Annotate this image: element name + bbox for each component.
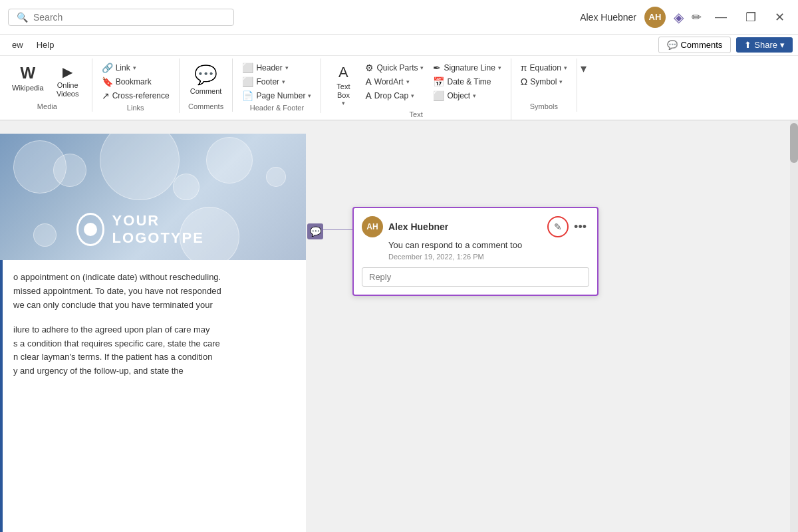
date-time-button[interactable]: 📅 Date & Time: [429, 75, 505, 88]
logo-area: YOUR LOGOTYPE: [76, 212, 229, 247]
doc-line-3: we can only conclude that you have termi…: [13, 299, 293, 313]
search-box[interactable]: 🔍: [8, 9, 234, 26]
symbol-button[interactable]: Ω Symbol ▾: [517, 75, 571, 88]
wikipedia-button[interactable]: W Wikipedia: [8, 61, 48, 95]
close-button[interactable]: ✕: [769, 7, 790, 27]
ribbon: ew Help 💬 Comments ⬆ Share ▾ W Wikipedia…: [0, 35, 798, 120]
word-art-button[interactable]: A WordArt ▾: [361, 75, 428, 88]
ribbon-menu-bar: ew Help 💬 Comments ⬆ Share ▾: [0, 35, 798, 56]
equation-icon: π: [521, 63, 527, 73]
online-videos-button[interactable]: ▶ Online Videos: [49, 61, 86, 101]
drop-cap-chevron-icon: ▾: [411, 92, 414, 99]
symbol-chevron-icon: ▾: [559, 78, 563, 85]
comments-group-label: Comments: [188, 101, 223, 110]
bookmark-button[interactable]: 🔖 Bookmark: [98, 75, 174, 88]
minimize-button[interactable]: —: [710, 7, 732, 27]
scrollbar[interactable]: [790, 120, 798, 532]
share-button[interactable]: ⬆ Share ▾: [736, 37, 793, 53]
text-group-label: Text: [410, 109, 423, 118]
comment-avatar: AH: [362, 216, 383, 237]
avatar: AH: [644, 7, 666, 28]
ribbon-expand-button[interactable]: ▾: [577, 61, 591, 76]
word-art-icon: A: [365, 76, 371, 87]
doc-area: YOUR LOGOTYPE o appointment on (indicate…: [0, 120, 798, 532]
share-chevron-icon: ▾: [780, 40, 785, 50]
doc-header-image: YOUR LOGOTYPE: [0, 134, 306, 260]
bubble-6: [266, 167, 286, 187]
bookmark-icon: 🔖: [102, 76, 113, 87]
bubble-2: [53, 154, 86, 187]
link-icon: 🔗: [102, 63, 113, 73]
share-icon: ⬆: [744, 40, 751, 50]
footer-icon: ⬜: [242, 76, 253, 87]
main-area: YOUR LOGOTYPE o appointment on (indicate…: [0, 120, 798, 532]
ribbon-group-media: W Wikipedia ▶ Online Videos Media: [3, 59, 92, 112]
text-box-icon: A: [338, 64, 348, 81]
menu-item-help[interactable]: Help: [30, 37, 61, 53]
reply-input[interactable]: [362, 267, 589, 287]
header-button[interactable]: ⬜ Header ▾: [238, 61, 315, 74]
doc-line-4: ilure to adhere to the agreed upon plan …: [13, 323, 293, 337]
more-options-button[interactable]: •••: [571, 219, 589, 235]
equation-button[interactable]: π Equation ▾: [517, 61, 571, 74]
word-art-chevron-icon: ▾: [406, 78, 410, 85]
text-right-col: ⚙ Quick Parts ▾ A WordArt ▾ A Drop Cap ▾: [361, 61, 428, 102]
doc-line-1: o appointment on (indicate date) without…: [13, 271, 293, 285]
title-bar-right: Alex Huebner AH ◈ ✏ — ❐ ✕: [580, 7, 790, 28]
link-button[interactable]: 🔗 Link ▾: [98, 61, 174, 74]
title-bar: 🔍 Alex Huebner AH ◈ ✏ — ❐ ✕: [0, 0, 798, 35]
bubble-3: [100, 134, 180, 200]
ribbon-group-header-footer: ⬜ Header ▾ ⬜ Footer ▾ 📄 Page Number ▾ He…: [233, 59, 321, 113]
edit-circle[interactable]: ✎: [547, 216, 569, 237]
quick-parts-button[interactable]: ⚙ Quick Parts ▾: [361, 61, 428, 74]
comment-panel: AH Alex Huebner ✎ ••• You can respond to…: [352, 207, 598, 296]
cross-reference-button[interactable]: ↗ Cross-reference: [98, 89, 174, 102]
comment-text: You can respond to a comment too: [362, 240, 589, 250]
logo-text: YOUR LOGOTYPE: [112, 212, 229, 247]
menu-item-view[interactable]: ew: [5, 37, 30, 53]
symbols-group-label: Symbols: [530, 101, 558, 110]
ribbon-tabs: W Wikipedia ▶ Online Videos Media 🔗 Link…: [0, 56, 798, 120]
search-input[interactable]: [33, 12, 225, 23]
user-name: Alex Huebner: [580, 12, 636, 23]
text-items: A Text Box ▾ ⚙ Quick Parts ▾ A WordArt ▾: [327, 61, 505, 109]
comment-connector-line: [323, 229, 355, 230]
media-group-label: Media: [37, 101, 57, 110]
online-videos-icon: ▶: [63, 64, 72, 80]
links-group-label: Links: [127, 102, 144, 112]
ribbon-group-comments: 💬 Comment Comments: [180, 59, 233, 112]
header-chevron-icon: ▾: [285, 65, 289, 71]
symbol-icon: Ω: [521, 76, 527, 87]
bubble-4: [173, 174, 200, 200]
doc-line-2: missed appointment. To date, you have no…: [13, 285, 293, 299]
footer-button[interactable]: ⬜ Footer ▾: [238, 75, 315, 88]
scrollbar-thumb[interactable]: [790, 123, 798, 163]
bubble-8: [33, 223, 57, 247]
pen-icon[interactable]: ✏: [692, 10, 702, 25]
comments-button[interactable]: 💬 Comments: [658, 37, 731, 53]
comments-icon: 💬: [667, 40, 678, 50]
symbols-col: π Equation ▾ Ω Symbol ▾: [517, 61, 571, 88]
logo-circle: [76, 213, 104, 246]
object-button[interactable]: ⬜ Object ▾: [429, 89, 505, 102]
header-footer-col: ⬜ Header ▾ ⬜ Footer ▾ 📄 Page Number ▾: [238, 61, 315, 102]
signature-line-button[interactable]: ✒ Signature Line ▾: [429, 61, 505, 74]
page-number-button[interactable]: 📄 Page Number ▾: [238, 89, 315, 102]
text-right-col2: ✒ Signature Line ▾ 📅 Date & Time ⬜ Objec…: [429, 61, 505, 102]
restore-button[interactable]: ❐: [740, 7, 761, 27]
cross-reference-icon: ↗: [102, 90, 110, 101]
sig-chevron-icon: ▾: [498, 65, 501, 71]
comment-marker[interactable]: 💬: [307, 223, 323, 239]
media-items: W Wikipedia ▶ Online Videos: [8, 61, 86, 101]
doc-line-5: s a condition that requires specific car…: [13, 337, 293, 351]
page-number-icon: 📄: [242, 90, 253, 101]
comment-ribbon-button[interactable]: 💬 Comment: [185, 61, 227, 98]
title-bar-left: 🔍: [8, 9, 580, 26]
ribbon-group-symbols: π Equation ▾ Ω Symbol ▾ Symbols: [511, 59, 577, 112]
comment-header: AH Alex Huebner ✎ •••: [362, 216, 589, 237]
drop-cap-button[interactable]: A Drop Cap ▾: [361, 89, 428, 102]
text-box-button[interactable]: A Text Box ▾: [327, 61, 360, 109]
comment-timestamp: December 19, 2022, 1:26 PM: [362, 253, 589, 261]
footer-chevron-icon: ▾: [282, 78, 285, 85]
doc-page: YOUR LOGOTYPE o appointment on (indicate…: [0, 134, 306, 532]
